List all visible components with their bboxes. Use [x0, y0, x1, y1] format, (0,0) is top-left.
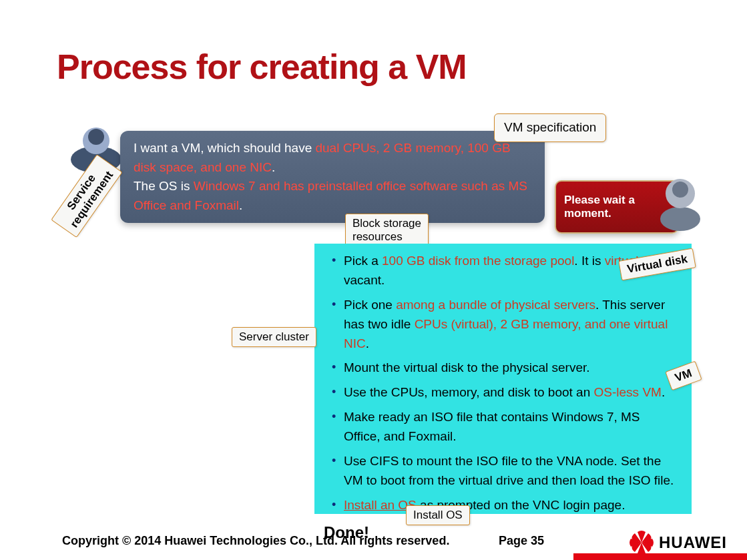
step-text: . It is [574, 254, 604, 268]
steps-panel: Pick a 100 GB disk from the storage pool… [314, 244, 692, 514]
step-text: . [662, 385, 665, 399]
step-text: Pick one [344, 298, 396, 312]
step-text: . [366, 336, 369, 350]
svg-point-2 [88, 129, 104, 145]
callout-block-storage: Block storage resources [345, 214, 429, 248]
req-line1: I want a VM, which should have dual CPUs… [134, 139, 534, 177]
req-line2: The OS is Windows 7 and has preinstalled… [134, 177, 534, 215]
step-text: Use CIFS to mount the ISO file to the VN… [344, 454, 674, 487]
steps-list: Pick a 100 GB disk from the storage pool… [332, 252, 680, 515]
callout-label: VM specification [504, 120, 596, 134]
agent-icon [658, 174, 703, 232]
svg-point-1 [83, 127, 109, 154]
step-highlight: 100 GB disk from the storage pool [382, 254, 574, 268]
step-text: Make ready an ISO file that contains Win… [344, 410, 640, 443]
page-number: Page 35 [499, 534, 544, 548]
callout-install-os: Install OS [406, 505, 470, 525]
req-text: . [239, 198, 242, 212]
req-text: The OS is [134, 179, 194, 193]
step-text: Mount the virtual disk to the physical s… [344, 360, 590, 374]
step-item: Make ready an ISO file that contains Win… [332, 408, 680, 447]
callout-label: Block storage [352, 217, 421, 230]
huawei-logo-icon [628, 529, 655, 556]
callout-label: resources [352, 230, 421, 244]
callout-service-requirement: Service requirement [51, 154, 123, 238]
step-item: Install an OS as prompted on the VNC log… [332, 496, 680, 515]
step-highlight: OS-less VM [594, 385, 662, 399]
requirement-bubble: I want a VM, which should have dual CPUs… [120, 131, 545, 223]
callout-server-cluster: Server cluster [232, 327, 316, 347]
step-item: Use CIFS to mount the ISO file to the VN… [332, 452, 680, 491]
callout-vm-specification: VM specification [494, 113, 606, 142]
wait-text: Please wait a moment. [564, 194, 670, 220]
brand-logo: HUAWEI [628, 529, 727, 556]
slide-title: Process for creating a VM [57, 47, 467, 87]
footer: Copyright © 2014 Huawei Technologies Co.… [0, 524, 747, 560]
brand-text: HUAWEI [659, 533, 727, 552]
step-item: Mount the virtual disk to the physical s… [332, 358, 680, 378]
step-highlight: among a bundle of physical servers [396, 298, 595, 312]
copyright-text: Copyright © 2014 Huawei Technologies Co.… [62, 534, 449, 548]
svg-point-3 [660, 207, 700, 231]
svg-point-5 [672, 182, 688, 198]
slide: Process for creating a VM I want a VM, w… [0, 0, 747, 560]
step-item: Use the CPUs, memory, and disk to boot a… [332, 383, 680, 402]
step-text: Pick a [344, 254, 382, 268]
req-text: I want a VM, which should have [134, 141, 315, 155]
step-text: Use the CPUs, memory, and disk to boot a… [344, 385, 594, 399]
req-text: . [272, 160, 275, 174]
step-item: Pick one among a bundle of physical serv… [332, 296, 680, 354]
